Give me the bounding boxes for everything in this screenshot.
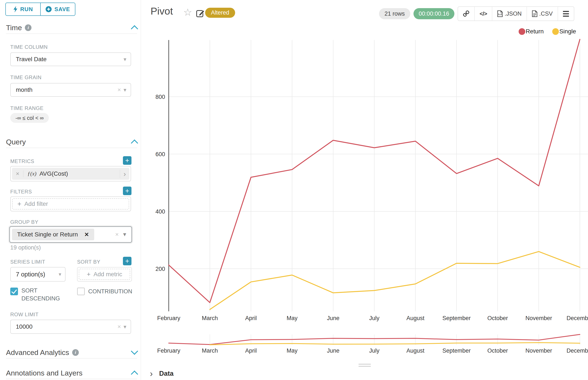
- add-sort-metric-dropzone[interactable]: + Add metric: [79, 269, 130, 280]
- save-label: SAVE: [54, 6, 70, 13]
- run-button[interactable]: RUN: [6, 3, 40, 15]
- add-sort-metric-button[interactable]: +: [123, 257, 131, 265]
- clear-icon[interactable]: ×: [118, 86, 121, 93]
- section-time-title: Time: [6, 23, 22, 32]
- time-grain-value: month: [16, 86, 33, 93]
- group-by-chip-label: Ticket Single or Return: [17, 231, 78, 238]
- section-time-header[interactable]: Time i: [6, 22, 137, 34]
- chevron-up-icon[interactable]: [131, 371, 138, 378]
- contribution-checkbox[interactable]: [77, 287, 85, 295]
- chevron-down-icon: ▾: [123, 87, 126, 93]
- data-section-toggle[interactable]: › Data: [150, 369, 174, 378]
- metrics-label: METRICS: [10, 158, 34, 164]
- group-by-options-hint: 19 option(s): [10, 244, 41, 251]
- svg-text:November: November: [526, 347, 552, 354]
- remove-metric-icon[interactable]: ×: [12, 170, 23, 177]
- time-range-label: TIME RANGE: [10, 105, 43, 111]
- time-column-value: Travel Date: [16, 56, 47, 63]
- line-chart-canvas[interactable]: 200400600800FebruaryFebruaryMarchMarchAp…: [141, 0, 588, 380]
- save-button[interactable]: SAVE: [40, 3, 75, 15]
- chevron-down-icon: ▾: [123, 323, 126, 330]
- svg-text:November: November: [526, 315, 552, 321]
- group-by-label: GROUP BY: [10, 219, 38, 225]
- chevron-right-icon[interactable]: ›: [120, 170, 129, 178]
- row-limit-value: 10000: [16, 323, 33, 330]
- row-limit-select[interactable]: 10000 × ▾: [10, 320, 131, 334]
- metric-chip[interactable]: × ƒ(x) AVG(Cost) ›: [12, 168, 129, 180]
- add-metric-label: Add metric: [94, 271, 122, 278]
- info-icon: i: [25, 24, 31, 31]
- svg-text:September: September: [442, 315, 471, 321]
- svg-text:December: December: [567, 315, 588, 321]
- run-save-group: RUN SAVE: [5, 2, 75, 16]
- filters-box: + Add filter: [10, 196, 131, 211]
- chevron-up-icon[interactable]: [131, 139, 138, 147]
- svg-text:May: May: [286, 347, 298, 354]
- svg-text:400: 400: [155, 209, 165, 215]
- remove-chip-icon[interactable]: ✕: [84, 231, 89, 238]
- metrics-box: × ƒ(x) AVG(Cost) ›: [10, 166, 131, 181]
- svg-text:April: April: [245, 315, 257, 321]
- svg-text:June: June: [327, 315, 340, 321]
- time-range-value: -∞ ≤ col < ∞: [15, 115, 44, 121]
- clear-icon[interactable]: ×: [118, 323, 121, 330]
- plus-icon: +: [17, 200, 21, 208]
- add-filter-dropzone[interactable]: + Add filter: [12, 198, 129, 209]
- series-limit-label: SERIES LIMIT: [10, 259, 45, 265]
- filters-label: FILTERS: [10, 189, 32, 195]
- plus-icon: +: [87, 271, 91, 278]
- svg-text:December: December: [567, 347, 588, 354]
- run-label: RUN: [20, 6, 33, 13]
- lightning-icon: [13, 6, 18, 13]
- sort-descending-label: SORT DESCENDING: [21, 287, 62, 303]
- chevron-down-icon[interactable]: [131, 347, 138, 355]
- series-limit-value: 7 option(s): [16, 271, 45, 278]
- section-query-title: Query: [6, 138, 26, 146]
- chevron-down-icon: ▾: [59, 271, 61, 277]
- chevron-up-icon[interactable]: [131, 25, 138, 33]
- section-advanced-analytics-header[interactable]: Advanced Analytics i: [6, 347, 137, 359]
- chevron-down-icon: ▼: [122, 231, 127, 237]
- section-advanced-analytics-title: Advanced Analytics: [6, 348, 69, 357]
- control-panel: RUN SAVE Time i TIME COLUMN Travel Date …: [0, 0, 141, 380]
- svg-text:September: September: [442, 347, 471, 354]
- add-metric-button[interactable]: +: [123, 156, 131, 165]
- row-limit-label: ROW LIMIT: [10, 312, 39, 318]
- sort-by-label: SORT BY: [77, 259, 101, 265]
- svg-text:800: 800: [155, 94, 165, 100]
- svg-text:October: October: [487, 347, 508, 354]
- svg-text:200: 200: [155, 266, 165, 272]
- svg-text:June: June: [327, 347, 340, 354]
- sort-descending-checkbox[interactable]: [10, 287, 18, 295]
- chevron-down-icon: ▾: [123, 56, 126, 63]
- section-annotations-header[interactable]: Annotations and Layers: [6, 367, 137, 379]
- svg-text:March: March: [202, 315, 218, 321]
- chart-panel: Pivot ☆ Altered 21 rows 00:00:00.16: [141, 0, 588, 380]
- add-filter-button[interactable]: +: [123, 187, 131, 195]
- svg-text:600: 600: [155, 151, 165, 157]
- svg-text:August: August: [406, 315, 425, 321]
- resize-handle[interactable]: [358, 364, 371, 365]
- svg-text:March: March: [202, 347, 218, 354]
- add-filter-label: Add filter: [24, 200, 48, 207]
- clear-icon[interactable]: ×: [115, 231, 119, 238]
- svg-text:February: February: [157, 347, 181, 354]
- time-column-label: TIME COLUMN: [10, 44, 48, 50]
- svg-text:July: July: [369, 315, 380, 321]
- time-range-pill[interactable]: -∞ ≤ col < ∞: [10, 113, 49, 123]
- svg-text:July: July: [369, 347, 380, 354]
- time-grain-select[interactable]: month × ▾: [10, 83, 131, 97]
- series-limit-select[interactable]: 7 option(s) ▾: [10, 267, 65, 282]
- resize-handle[interactable]: [358, 366, 371, 367]
- svg-text:April: April: [245, 347, 257, 354]
- group-by-select[interactable]: Ticket Single or Return ✕ × ▼: [9, 226, 132, 243]
- metric-chip-label: AVG(Cost): [40, 170, 68, 177]
- svg-text:August: August: [406, 347, 425, 354]
- svg-text:February: February: [157, 315, 181, 321]
- chevron-right-icon: ›: [150, 369, 153, 378]
- time-column-select[interactable]: Travel Date × ▾: [10, 52, 131, 66]
- contribution-label: CONTRIBUTION: [88, 287, 132, 295]
- section-query-header[interactable]: Query: [6, 136, 137, 148]
- group-by-chip[interactable]: Ticket Single or Return ✕: [12, 229, 94, 240]
- svg-text:May: May: [286, 315, 298, 321]
